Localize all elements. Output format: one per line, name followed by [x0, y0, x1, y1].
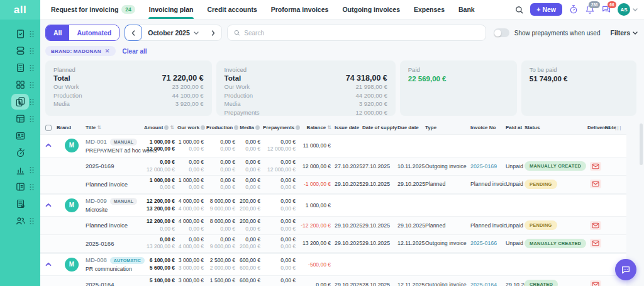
drag-handle-icon[interactable]	[30, 81, 34, 88]
next-month-button[interactable]	[205, 25, 221, 40]
column-header-note[interactable]: Note	[605, 122, 615, 134]
drag-handle-icon[interactable]	[30, 115, 34, 122]
column-header-status[interactable]: Status	[525, 122, 587, 134]
tab-outgoing-invoices[interactable]: Outgoing invoices	[335, 0, 407, 19]
remove-chip-icon[interactable]: ✕	[105, 49, 110, 54]
column-header-due-date[interactable]: Due date	[397, 122, 425, 134]
brand-filter-chip[interactable]: BRAND: MADONAN ✕	[45, 46, 116, 56]
sidebar-item-timer[interactable]	[5, 144, 35, 161]
column-header-paid-at[interactable]: Paid at	[506, 122, 525, 134]
tab-credit-accounts[interactable]: Credit accounts	[200, 0, 264, 19]
column-header-invoice-no[interactable]: Invoice No	[470, 122, 506, 134]
delivered-email-icon[interactable]	[590, 180, 601, 188]
sort-icon[interactable]: ⇅	[97, 125, 101, 130]
period-selector[interactable]: October 2025	[142, 25, 205, 40]
drag-handle-icon[interactable]	[30, 64, 34, 71]
segment-all[interactable]: All	[46, 25, 69, 40]
sidebar-item-ledger[interactable]	[5, 178, 35, 195]
invoice-no-cell[interactable]: 2025-0166	[470, 234, 506, 253]
sidebar-item-tasks[interactable]	[5, 25, 35, 42]
invoice-title-link[interactable]: 2025-0164	[86, 281, 114, 286]
collapse-chevron-icon[interactable]	[45, 261, 52, 268]
column-header-date-of-supply[interactable]: Date of supply	[362, 122, 397, 134]
delivered-email-icon[interactable]	[590, 239, 601, 248]
brand-avatar[interactable]: M	[65, 139, 79, 152]
project-code[interactable]: MD-009	[86, 197, 107, 204]
sidebar-item-invoicing[interactable]	[5, 93, 35, 110]
sidebar-item-report[interactable]	[5, 195, 35, 212]
invoice-title-link[interactable]: 2025-0169	[86, 163, 114, 169]
tab-invoicing-plan[interactable]: Invoicing plan	[142, 0, 201, 19]
collapse-chevron-icon[interactable]	[45, 202, 52, 209]
chat-fab-button[interactable]	[615, 259, 636, 280]
drag-handle-icon[interactable]	[30, 98, 34, 105]
delivered-email-icon[interactable]	[590, 280, 601, 286]
tab-proforma-invoices[interactable]: Proforma invoices	[264, 0, 336, 19]
group-row[interactable]: MMD-009MANUALMicrosite12 200,00 €13 200,…	[40, 193, 626, 216]
sidebar-item-bar-chart[interactable]	[5, 161, 35, 178]
segment-automated[interactable]: Automated	[69, 25, 119, 40]
column-header-title[interactable]: Title⇅	[86, 122, 142, 134]
user-menu[interactable]: AS	[618, 3, 638, 16]
search-icon[interactable]	[514, 5, 524, 14]
column-header-balance[interactable]: Balance⇅	[298, 122, 335, 134]
drag-handle-icon[interactable]	[30, 30, 34, 37]
tab-expenses[interactable]: Expenses	[407, 0, 452, 19]
sidebar-item-queue[interactable]	[5, 42, 35, 59]
search-input[interactable]	[244, 30, 479, 37]
column-header-prepayments[interactable]: Prepayments	[263, 122, 298, 134]
brand-avatar[interactable]: M	[65, 258, 79, 272]
invoice-title-link[interactable]: 2025-0166	[86, 240, 114, 247]
sidebar-item-apps-grid[interactable]	[5, 76, 35, 93]
sidebar-item-calculator[interactable]	[5, 59, 35, 76]
drag-handle-icon[interactable]	[30, 183, 34, 190]
amount-cell: 1 000,00 €0,00 €	[142, 175, 177, 193]
app-logo[interactable]: all	[0, 0, 40, 20]
filters-dropdown[interactable]: Filters	[610, 29, 638, 37]
column-header-media[interactable]: Media	[238, 122, 263, 134]
sidebar-item-spreadsheet[interactable]	[5, 110, 35, 127]
sidebar-item-team[interactable]	[5, 212, 35, 229]
group-row[interactable]: MMD-001MANUALPREPAYMENT ad hoc works1 00…	[40, 134, 626, 157]
delivered-email-icon[interactable]	[590, 221, 601, 230]
sort-icon[interactable]: ⇅	[170, 125, 174, 130]
clear-all-link[interactable]: Clear all	[123, 48, 147, 55]
collapse-chevron-icon[interactable]	[45, 142, 52, 149]
messages-icon[interactable]: 66	[601, 4, 611, 14]
tab-bank[interactable]: Bank	[452, 0, 482, 19]
invoice-row[interactable]: 2025-01690,00 €12 000,00 €0,00 €0,00 €0,…	[40, 157, 626, 175]
sort-icon[interactable]: ⇅	[327, 125, 331, 130]
invoice-row[interactable]: Planned invoice1 000,00 €0,00 €1 000,00 …	[40, 175, 626, 193]
drag-handle-icon[interactable]	[30, 217, 34, 224]
column-header-type[interactable]: Type	[425, 122, 470, 134]
drag-handle-icon[interactable]	[30, 166, 34, 173]
show-prepayments-toggle[interactable]	[494, 28, 509, 37]
invoice-row[interactable]: Planned invoice12 200,00 €0,00 €4 000,00…	[40, 216, 626, 234]
project-code[interactable]: MD-001	[86, 138, 107, 145]
sidebar-item-contact-card[interactable]	[5, 127, 35, 144]
column-header-amount[interactable]: Amount⇅	[142, 122, 177, 134]
vertical-scrollbar[interactable]	[640, 123, 643, 165]
timer-icon[interactable]	[569, 4, 579, 14]
column-header-brand[interactable]: Brand	[57, 122, 86, 134]
invoice-no-cell[interactable]: 2025-0169	[470, 157, 506, 175]
group-row[interactable]: MMD-008AUTOMATICPR communication6 100,00…	[40, 253, 626, 275]
chevron-down-icon	[194, 31, 199, 35]
column-header-production[interactable]: Production	[206, 122, 238, 134]
select-all-checkbox[interactable]	[45, 125, 52, 131]
invoice-no-cell[interactable]: 2025-0164	[470, 275, 506, 286]
previous-month-button[interactable]	[125, 25, 142, 40]
column-header-our-work[interactable]: Our work	[177, 122, 206, 134]
tab-request-for-invoicing[interactable]: Request for invoicing 24	[44, 0, 142, 19]
invoice-row[interactable]: 2025-01645 100,00 €5 100,00 €3 000,00 €3…	[40, 275, 626, 286]
drag-handle-icon[interactable]	[30, 47, 34, 54]
brand-avatar[interactable]: M	[65, 198, 79, 212]
delivered-email-icon[interactable]	[590, 162, 601, 171]
invoice-row[interactable]: 2025-01660,00 €13 200,00 €0,00 €4 000,00…	[40, 234, 626, 253]
notifications-bell-icon[interactable]: 236	[585, 4, 595, 14]
column-header-issue-date[interactable]: Issue date	[335, 122, 362, 134]
project-code[interactable]: MD-008	[86, 256, 107, 263]
column-settings-icon[interactable]: |||	[615, 125, 622, 130]
new-button[interactable]: + New	[530, 3, 562, 16]
column-header-delivered[interactable]: Delivered	[587, 122, 605, 134]
